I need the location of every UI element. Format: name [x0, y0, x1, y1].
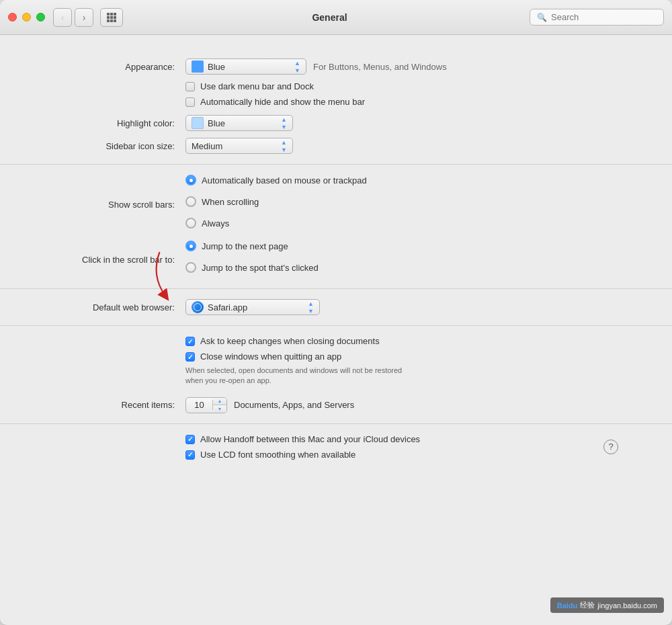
handoff-checkbox[interactable] [185, 435, 195, 444]
next-page-row: Jump to the next page [185, 241, 319, 251]
maximize-button[interactable] [36, 13, 45, 22]
browser-row: Default web browser: Safari.app ▲ ▼ [40, 299, 632, 315]
back-button[interactable]: ‹ [53, 8, 72, 27]
appearance-row: Appearance: Blue ▲ ▼ For Buttons, Menus,… [40, 58, 632, 75]
scroll-when-label: When scrolling [202, 197, 259, 207]
close-button[interactable] [8, 13, 17, 22]
scroll-auto-label: Automatically based on mouse or trackpad [202, 175, 367, 185]
window-title: General [312, 12, 347, 23]
recent-items-label: Recent items: [40, 400, 175, 410]
sidebar-icon-dropdown[interactable]: Medium ▲ ▼ [185, 138, 293, 154]
browser-label: Default web browser: [40, 302, 175, 312]
highlight-swatch [192, 117, 204, 129]
sidebar-arrows-icon: ▲ ▼ [281, 139, 287, 153]
appearance-dropdown[interactable]: Blue ▲ ▼ [185, 58, 306, 75]
help-button[interactable]: ? [603, 440, 618, 454]
highlight-row: Highlight color: Blue ▲ ▼ [40, 115, 632, 131]
keep-changes-label: Ask to keep changes when closing documen… [200, 336, 380, 346]
show-scroll-row: Show scroll bars: Automatically based on… [40, 175, 632, 234]
watermark-url: jingyan.baidu.com [597, 601, 657, 610]
handoff-label: Allow Handoff between this Mac and your … [200, 434, 420, 444]
browser-dropdown[interactable]: Safari.app ▲ ▼ [185, 299, 320, 315]
dark-menu-checkbox[interactable] [185, 82, 195, 91]
auto-hide-checkbox[interactable] [185, 97, 195, 107]
appearance-swatch [192, 60, 204, 73]
scroll-when-row: When scrolling [185, 196, 367, 207]
lcd-container: Use LCD font smoothing when available ? [40, 450, 632, 460]
appearance-section: Appearance: Blue ▲ ▼ For Buttons, Menus,… [0, 48, 672, 165]
click-scroll-label: Click in the scroll bar to: [40, 255, 175, 265]
scroll-auto-row: Automatically based on mouse or trackpad [185, 175, 367, 185]
lcd-label: Use LCD font smoothing when available [200, 450, 355, 460]
watermark: Baidu 经验 jingyan.baidu.com [550, 597, 664, 613]
next-page-label: Jump to the next page [202, 241, 288, 251]
scroll-auto-radio[interactable] [185, 175, 196, 185]
browser-value: Safari.app [208, 302, 304, 312]
search-icon: 🔍 [537, 13, 547, 22]
lcd-row: Use LCD font smoothing when available [185, 450, 632, 460]
grid-button[interactable] [100, 8, 123, 27]
close-windows-label: Close windows when quitting an app [200, 351, 341, 362]
content: Appearance: Blue ▲ ▼ For Buttons, Menus,… [0, 35, 672, 625]
safari-compass-icon [194, 303, 202, 311]
close-windows-checkbox[interactable] [185, 352, 195, 362]
scroll-always-radio[interactable] [185, 218, 196, 228]
sidebar-icon-value: Medium [192, 141, 277, 151]
grid-icon [107, 13, 116, 22]
safari-icon [192, 301, 204, 313]
highlight-dropdown-arrows-icon: ▲ ▼ [281, 116, 287, 130]
dark-menu-row: Use dark menu bar and Dock [185, 81, 632, 91]
auto-hide-row: Automatically hide and show the menu bar [185, 97, 632, 107]
nav-buttons: ‹ › [53, 8, 93, 27]
lcd-checkbox[interactable] [185, 450, 195, 460]
scroll-always-row: Always [185, 218, 367, 228]
keep-changes-row: Ask to keep changes when closing documen… [185, 336, 632, 346]
browser-section: Default web browser: Safari.app ▲ ▼ [0, 289, 672, 326]
stepper-up-arrow[interactable]: ▲ [213, 398, 226, 405]
recent-items-value: 10 [186, 400, 213, 410]
spot-clicked-radio[interactable] [185, 262, 196, 273]
recent-items-desc: Documents, Apps, and Servers [234, 400, 354, 410]
browser-arrows-icon: ▲ ▼ [308, 300, 314, 315]
handoff-row: Allow Handoff between this Mac and your … [185, 434, 632, 444]
final-section: Allow Handoff between this Mac and your … [0, 424, 672, 475]
stepper-arrows: ▲ ▼ [213, 398, 226, 413]
highlight-dropdown[interactable]: Blue ▲ ▼ [185, 115, 293, 131]
titlebar: ‹ › General 🔍 [0, 0, 672, 35]
sidebar-icon-row: Sidebar icon size: Medium ▲ ▼ [40, 138, 632, 154]
recent-items-stepper[interactable]: 10 ▲ ▼ [185, 397, 227, 413]
keep-changes-checkbox[interactable] [185, 337, 195, 346]
stepper-down-arrow[interactable]: ▼ [213, 405, 226, 413]
forward-button[interactable]: › [75, 8, 93, 27]
highlight-label: Highlight color: [40, 118, 175, 128]
forward-icon: › [83, 12, 86, 23]
click-scroll-row: Click in the scroll bar to: Jump to the … [40, 241, 632, 278]
recent-items-row: Recent items: 10 ▲ ▼ Documents, Apps, an… [40, 397, 632, 413]
minimize-button[interactable] [22, 13, 31, 22]
scroll-when-radio[interactable] [185, 196, 196, 207]
scroll-radio-group: Automatically based on mouse or trackpad… [185, 175, 367, 234]
sidebar-icon-label: Sidebar icon size: [40, 141, 175, 151]
click-scroll-radio-group: Jump to the next page Jump to the spot t… [185, 241, 319, 278]
highlight-value: Blue [208, 118, 277, 128]
document-section: Ask to keep changes when closing documen… [0, 326, 672, 424]
spot-clicked-row: Jump to the spot that's clicked [185, 262, 319, 273]
next-page-radio[interactable] [185, 241, 196, 251]
search-input[interactable] [551, 12, 657, 22]
search-box[interactable]: 🔍 [530, 9, 664, 26]
scroll-always-label: Always [202, 218, 229, 228]
title-center: General [130, 12, 530, 23]
scroll-section: Show scroll bars: Automatically based on… [0, 165, 672, 289]
traffic-lights [8, 13, 45, 22]
watermark-logo: Baidu [557, 601, 578, 610]
appearance-description: For Buttons, Menus, and Windows [313, 62, 447, 72]
dropdown-arrows-icon: ▲ ▼ [294, 60, 300, 74]
spot-clicked-label: Jump to the spot that's clicked [202, 263, 319, 273]
auto-hide-label: Automatically hide and show the menu bar [200, 97, 365, 107]
back-icon: ‹ [61, 12, 65, 23]
watermark-text: 经验 [580, 600, 595, 610]
close-windows-row: Close windows when quitting an app [185, 351, 632, 362]
close-windows-subtext: When selected, open documents and window… [185, 366, 555, 386]
dark-menu-label: Use dark menu bar and Dock [200, 81, 314, 91]
appearance-value: Blue [208, 62, 290, 72]
